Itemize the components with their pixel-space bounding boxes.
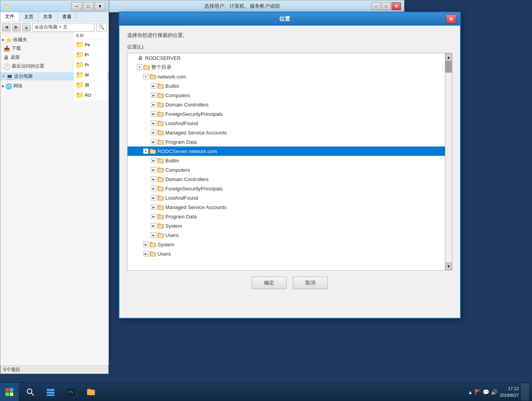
search-box[interactable]: 🔍: [96, 23, 107, 31]
tree-node-users1[interactable]: ▶ Users: [128, 249, 445, 258]
tree-node-domainctrl1[interactable]: ▶ Domain Controllers: [128, 100, 445, 109]
tree-node-programdata1[interactable]: ▶ Program Data: [128, 137, 445, 146]
tree-container[interactable]: 🖥RODCSERVER▼ 整个目录▼ network.com▶ Builtin▶: [127, 53, 452, 270]
back-button[interactable]: ◀: [2, 23, 10, 31]
ok-button[interactable]: 确定: [252, 277, 287, 289]
node-label-domainctrl1: Domain Controllers: [165, 102, 208, 108]
explorer-controls[interactable]: ─ □ ▼: [71, 2, 105, 10]
expand-btn-computers1[interactable]: ▶: [151, 92, 156, 98]
select-dialog-controls[interactable]: ─ □ ✕: [371, 2, 401, 10]
svg-rect-70: [10, 392, 13, 396]
show-desktop-button[interactable]: [521, 384, 529, 401]
minimize-btn[interactable]: ─: [371, 2, 381, 10]
node-icon-users1: [149, 250, 156, 257]
tree-node-users2[interactable]: ▶ Users: [128, 230, 445, 240]
forward-button[interactable]: ▶: [12, 23, 21, 31]
svg-rect-42: [159, 197, 163, 200]
tree-scrollbar[interactable]: ▲ ▼: [445, 53, 452, 270]
expand-btn-lostandfound1[interactable]: ▶: [151, 120, 156, 126]
maximize-button[interactable]: □: [83, 2, 94, 10]
expand-btn-entire_dir[interactable]: ▼: [137, 65, 142, 70]
node-icon-domainctrl2: [157, 176, 164, 183]
tree-node-domainctrl2[interactable]: ▶ Domain Controllers: [128, 174, 445, 184]
tree-node-system1[interactable]: ▶ System: [128, 240, 445, 249]
file-item-pr1[interactable]: 📁 Pr: [74, 50, 107, 60]
tree-node-computers1[interactable]: ▶ Computers: [128, 91, 445, 100]
tab-home[interactable]: 主页: [19, 12, 38, 21]
file-item-pr2[interactable]: 📁 Pr: [74, 60, 107, 70]
tab-file[interactable]: 文件: [0, 12, 19, 21]
tree-node-rodcserver[interactable]: 🖥RODCSERVER: [128, 53, 445, 63]
minimize-button[interactable]: ─: [71, 2, 82, 10]
expand-btn-managed2[interactable]: ▶: [151, 204, 156, 210]
node-label-computers1: Computers: [165, 92, 190, 98]
cancel-button[interactable]: 取消: [293, 277, 328, 289]
tree-node-managed2[interactable]: ▶ Managed Service Accounts: [128, 202, 445, 212]
tree-node-rodcserver_domain[interactable]: ▼ RODCServer.network.com: [128, 146, 445, 156]
tree-node-foreignsec1[interactable]: ▶ ForeignSecurityPrincipals: [128, 109, 445, 119]
tree-node-lostandfound2[interactable]: ▶ LostAndFound: [128, 193, 445, 202]
tab-share[interactable]: 共享: [38, 12, 58, 21]
svg-line-72: [32, 393, 34, 396]
expand-btn-users2[interactable]: ▶: [151, 232, 156, 238]
expand-btn-domainctrl2[interactable]: ▶: [151, 176, 156, 182]
tree-node-programdata2[interactable]: ▶ Program Data: [128, 212, 445, 221]
node-label-rodcserver: RODCSERVER: [145, 55, 181, 61]
node-label-system2: System: [165, 223, 182, 229]
up-button[interactable]: ▲: [22, 23, 31, 31]
taskbar-app-terminal[interactable]: PS: [61, 384, 80, 401]
expand-btn-system1[interactable]: ▶: [143, 242, 149, 247]
tree-node-network_com[interactable]: ▼ network.com: [128, 72, 445, 81]
expand-btn-foreignsec1[interactable]: ▶: [151, 111, 156, 117]
expand-btn-network_com[interactable]: ▼: [143, 74, 149, 79]
taskbar-app-folder[interactable]: [82, 384, 100, 401]
node-label-lostandfound2: LostAndFound: [165, 195, 198, 201]
expand-btn-rodcserver_domain[interactable]: ▼: [143, 148, 149, 154]
expand-btn-programdata1[interactable]: ▶: [151, 139, 156, 145]
expand-btn-builtin2[interactable]: ▶: [151, 158, 156, 163]
tree-node-computers2[interactable]: ▶ Computers: [128, 165, 445, 174]
node-icon-programdata2: [157, 213, 164, 220]
close-btn[interactable]: ✕: [392, 2, 401, 10]
expand-btn-foreignsec2[interactable]: ▶: [151, 186, 156, 191]
file-item-y[interactable]: 📁 用: [74, 80, 107, 90]
node-icon-computers1: [157, 92, 164, 99]
tree-node-entire_dir[interactable]: ▼ 整个目录: [128, 63, 445, 72]
svg-rect-18: [159, 122, 163, 125]
expand-btn-programdata2[interactable]: ▶: [151, 214, 156, 219]
taskbar-app-server[interactable]: [41, 384, 60, 401]
start-button[interactable]: [0, 383, 19, 401]
maximize-btn[interactable]: □: [382, 2, 391, 10]
tree-node-builtin2[interactable]: ▶ Builtin: [128, 156, 445, 165]
tree-node-foreignsec2[interactable]: ▶ ForeignSecurityPrincipals: [128, 184, 445, 193]
svg-rect-68: [10, 388, 13, 392]
node-label-domainctrl2: Domain Controllers: [165, 176, 208, 182]
svg-rect-24: [159, 141, 163, 144]
file-item-r[interactable]: 📁 RO: [74, 90, 107, 100]
expand-btn-users1[interactable]: ▶: [143, 251, 149, 256]
tree-node-lostandfound1[interactable]: ▶ LostAndFound: [128, 119, 445, 128]
taskbar-app-search[interactable]: [21, 384, 40, 401]
file-item-pe[interactable]: 📁 Pe: [74, 40, 107, 50]
toolbar-menu[interactable]: ▼: [94, 2, 105, 10]
expand-btn-lostandfound2[interactable]: ▶: [151, 195, 156, 200]
expand-btn-system2[interactable]: ▶: [151, 223, 156, 228]
dialog-buttons: 确定 取消: [127, 277, 452, 289]
node-icon-lostandfound2: [157, 194, 164, 201]
file-item-w[interactable]: 📁 W: [74, 70, 107, 80]
tree-node-managed1[interactable]: ▶ Managed Service Accounts: [128, 128, 445, 137]
location-close-button[interactable]: ✕: [446, 14, 456, 24]
tab-view[interactable]: 查看: [58, 12, 77, 21]
tree-node-system2[interactable]: ▶ System: [128, 221, 445, 230]
expand-btn-rodcserver[interactable]: [131, 55, 137, 61]
expand-btn-domainctrl1[interactable]: ▶: [151, 102, 156, 107]
expand-btn-computers2[interactable]: ▶: [151, 167, 156, 173]
node-label-entire_dir: 整个目录: [151, 64, 172, 71]
ribbon-tabs: 文件 主页 共享 查看: [0, 12, 108, 21]
address-path[interactable]: 🖥 这台电脑 > 文: [32, 23, 94, 31]
tree-node-builtin1[interactable]: ▶ Builtin: [128, 81, 445, 91]
taskbar-apps: PS: [19, 384, 464, 401]
expand-btn-builtin1[interactable]: ▶: [151, 83, 156, 89]
expand-btn-managed1[interactable]: ▶: [151, 130, 156, 135]
node-icon-foreignsec2: [157, 185, 164, 192]
